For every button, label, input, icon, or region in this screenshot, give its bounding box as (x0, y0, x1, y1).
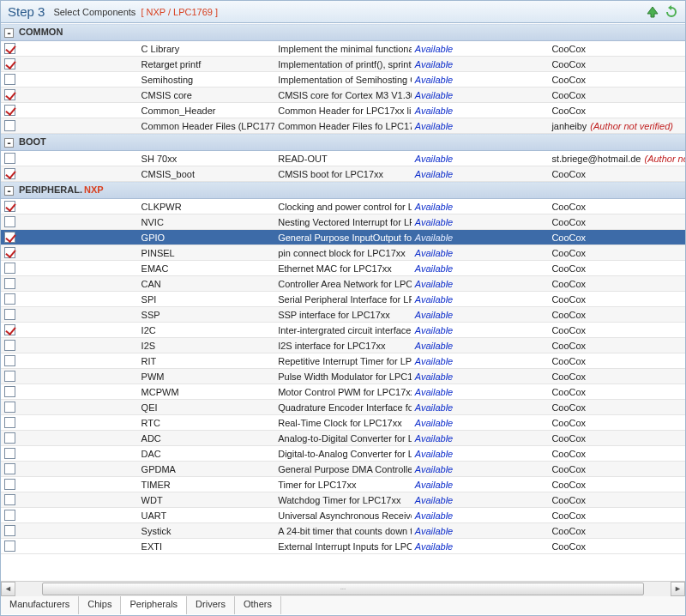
component-checkbox[interactable] (4, 247, 15, 258)
component-status[interactable]: Available (412, 384, 549, 400)
component-status[interactable]: Available (412, 276, 549, 292)
component-checkbox[interactable] (4, 105, 15, 116)
table-row[interactable]: Common Header Files (LPC177x_8x)Common H… (1, 118, 685, 134)
table-row[interactable]: C LibraryImplement the minimal functiona… (1, 41, 685, 57)
table-row[interactable]: I2CInter-intergrated circuit interface f… (1, 323, 685, 338)
component-status[interactable]: Available (412, 446, 549, 462)
table-row[interactable]: ADCAnalog-to-Digital Converter for LPC17… (1, 431, 685, 446)
component-checkbox[interactable] (4, 278, 15, 289)
component-checkbox[interactable] (4, 371, 15, 382)
table-row[interactable]: NVICNesting Vectored Interrupt for LPC17… (1, 214, 685, 230)
component-checkbox[interactable] (4, 479, 15, 490)
component-checkbox[interactable] (4, 232, 15, 243)
component-checkbox[interactable] (4, 494, 15, 505)
component-list-scroll[interactable]: -COMMONC LibraryImplement the minimal fu… (1, 23, 685, 581)
table-row[interactable]: CLKPWRClocking and power control for LPC… (1, 199, 685, 214)
table-row[interactable]: SemihostingImplementation of Semihosting… (1, 72, 685, 88)
component-status[interactable]: Available (412, 214, 549, 230)
component-checkbox[interactable] (4, 58, 15, 69)
table-row[interactable]: UARTUniversal Asynchronous Receiver\Tran… (1, 508, 685, 523)
component-checkbox[interactable] (4, 340, 15, 351)
table-row[interactable]: PINSELpin connect block for LPC17xxAvail… (1, 245, 685, 261)
component-status[interactable]: Available (412, 492, 549, 508)
component-checkbox[interactable] (4, 355, 15, 366)
collapse-icon[interactable]: - (4, 28, 14, 38)
component-status[interactable]: Available (412, 245, 549, 261)
table-row[interactable]: RTCReal-Time Clock for LPC17xxAvailableC… (1, 415, 685, 431)
component-checkbox[interactable] (4, 386, 15, 397)
table-row[interactable]: SystickA 24-bit timer that counts down t… (1, 523, 685, 539)
component-checkbox[interactable] (4, 168, 15, 179)
component-checkbox[interactable] (4, 43, 15, 54)
component-status[interactable]: Available (412, 539, 549, 554)
tab-others[interactable]: Others (235, 596, 281, 614)
tab-drivers[interactable]: Drivers (187, 596, 235, 614)
component-checkbox[interactable] (4, 120, 15, 131)
table-row[interactable]: SH 70xxREAD-OUTAvailablest.briege@hotmai… (1, 151, 685, 166)
component-status[interactable]: Available (412, 323, 549, 338)
table-row[interactable]: SPISerial Peripheral Interface for LPC17… (1, 292, 685, 307)
component-checkbox[interactable] (4, 309, 15, 320)
component-checkbox[interactable] (4, 463, 15, 474)
component-status[interactable]: Available (412, 477, 549, 492)
table-row[interactable]: SSPSSP interface for LPC17xxAvailableCoo… (1, 307, 685, 323)
table-row[interactable]: Retarget printfImplementation of printf(… (1, 57, 685, 72)
component-status[interactable]: Available (412, 72, 549, 88)
scroll-track[interactable]: ··· (15, 582, 671, 596)
scroll-right-button[interactable]: ► (671, 582, 685, 596)
tab-peripherals[interactable]: Peripherals (121, 595, 187, 614)
component-checkbox[interactable] (4, 541, 15, 552)
component-checkbox[interactable] (4, 74, 15, 85)
horizontal-scrollbar[interactable]: ◄ ··· ► (1, 581, 685, 595)
table-row[interactable]: GPDMAGeneral Purpose DMA Controller for … (1, 462, 685, 477)
refresh-icon[interactable] (665, 5, 678, 19)
component-status[interactable]: Available (412, 151, 549, 166)
component-checkbox[interactable] (4, 293, 15, 305)
component-checkbox[interactable] (4, 417, 15, 428)
component-status[interactable]: Available (412, 431, 549, 446)
table-row[interactable]: Common_HeaderCommon Header for LPC17xx l… (1, 103, 685, 118)
component-status[interactable]: Available (412, 41, 549, 57)
component-status[interactable]: Available (412, 353, 549, 369)
component-status[interactable]: Available (412, 523, 549, 539)
table-row[interactable]: I2SI2S interface for LPC17xxAvailableCoo… (1, 338, 685, 353)
component-checkbox[interactable] (4, 153, 15, 164)
group-header[interactable]: -PERIPHERAL.NXP (1, 182, 685, 199)
component-checkbox[interactable] (4, 510, 15, 521)
component-checkbox[interactable] (4, 201, 15, 212)
component-status[interactable]: Available (412, 292, 549, 307)
component-status[interactable]: Available (412, 462, 549, 477)
table-row[interactable]: WDTWatchdog Timer for LPC17xxAvailableCo… (1, 492, 685, 508)
group-header[interactable]: -BOOT (1, 134, 685, 151)
group-header[interactable]: -COMMON (1, 24, 685, 41)
component-status[interactable]: Available (412, 307, 549, 323)
component-status[interactable]: Available (412, 261, 549, 276)
component-checkbox[interactable] (4, 448, 15, 459)
table-row[interactable]: DACDigital-to-Analog Converter for LPC17… (1, 446, 685, 462)
table-row[interactable]: EXTIExternal Interrupt Inputs for LPC17x… (1, 539, 685, 554)
table-row[interactable]: QEIQuadrature Encoder Interface for LPC1… (1, 400, 685, 415)
scroll-left-button[interactable]: ◄ (1, 582, 15, 596)
table-row[interactable]: RITRepetitive Interrupt Timer for LPC17x… (1, 353, 685, 369)
table-row[interactable]: MCPWMMotor Control PWM for LPC17xxAvaila… (1, 384, 685, 400)
component-status[interactable]: Available (412, 369, 549, 384)
scroll-thumb[interactable]: ··· (42, 583, 645, 595)
table-row[interactable]: TIMERTimer for LPC17xxAvailableCooCox (1, 477, 685, 492)
tab-chips[interactable]: Chips (79, 596, 121, 614)
component-status[interactable]: Available (412, 400, 549, 415)
collapse-icon[interactable]: - (4, 186, 14, 196)
table-row[interactable]: GPIOGeneral Purpose InputOutput for LPC1… (1, 230, 685, 245)
collapse-icon[interactable]: - (4, 138, 14, 148)
component-checkbox[interactable] (4, 89, 15, 100)
component-checkbox[interactable] (4, 525, 15, 536)
component-status[interactable]: Available (412, 508, 549, 523)
table-row[interactable]: CMSIS_bootCMSIS boot for LPC17xxAvailabl… (1, 166, 685, 182)
component-checkbox[interactable] (4, 402, 15, 413)
component-checkbox[interactable] (4, 216, 15, 227)
up-arrow-icon[interactable] (646, 5, 659, 19)
table-row[interactable]: PWMPulse Width Modulator for LPC17xxAvai… (1, 369, 685, 384)
tab-manufacturers[interactable]: Manufacturers (1, 596, 79, 614)
component-status[interactable]: Available (412, 118, 549, 134)
component-checkbox[interactable] (4, 432, 15, 444)
component-checkbox[interactable] (4, 324, 15, 335)
